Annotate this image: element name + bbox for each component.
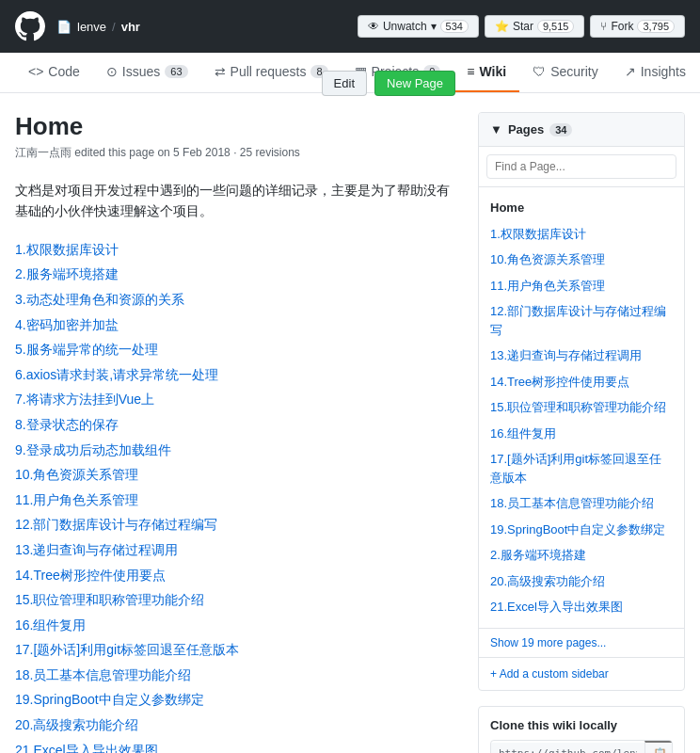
repo-breadcrumb: 📄 lenve / vhr <box>56 20 140 34</box>
sidebar-page-link[interactable]: 20.高级搜索功能介绍 <box>479 569 684 595</box>
add-sidebar-button[interactable]: + Add a custom sidebar <box>479 657 684 690</box>
wiki-link[interactable]: 10.角色资源关系管理 <box>15 467 138 482</box>
wiki-actions: Edit New Page <box>322 71 455 96</box>
wiki-link[interactable]: 13.递归查询与存储过程调用 <box>15 542 178 557</box>
wiki-link[interactable]: 16.组件复用 <box>15 617 86 633</box>
triangle-down-icon: ▼ <box>490 122 502 136</box>
nav-issues[interactable]: ⊙ Issues 63 <box>93 53 201 92</box>
pages-sidebar: ▼ Pages 34 Home1.权限数据库设计10.角色资源关系管理11.用户… <box>478 112 685 691</box>
wiki-page-title: Home <box>15 112 300 141</box>
repo-actions: 👁 Unwatch ▾ 534 ⭐ Star 9,515 ⑂ Fork 3,79… <box>358 15 685 38</box>
sidebar-page-link[interactable]: 14.Tree树形控件使用要点 <box>479 369 684 395</box>
main-container: Home 江南一点雨 edited this page on 5 Feb 201… <box>0 93 700 753</box>
sidebar-page-link[interactable]: 16.组件复用 <box>479 421 684 447</box>
repo-link[interactable]: vhr <box>121 20 140 34</box>
sidebar-page-link[interactable]: 17.[题外话]利用git标签回退至任意版本 <box>479 446 684 490</box>
wiki-link[interactable]: 1.权限数据库设计 <box>15 242 119 257</box>
clipboard-icon: 📋 <box>653 747 667 754</box>
sidebar-page-link[interactable]: 21.Excel导入导出效果图 <box>479 594 684 620</box>
sidebar-page-link[interactable]: 13.递归查询与存储过程调用 <box>479 343 684 369</box>
repo-icon: 📄 <box>56 20 72 34</box>
clone-url-input[interactable] <box>491 743 644 753</box>
wiki-link[interactable]: 21.Excel导入导出效果图 <box>15 743 158 753</box>
star-button[interactable]: ⭐ Star 9,515 <box>485 15 585 38</box>
wiki-link[interactable]: 18.员工基本信息管理功能介绍 <box>15 667 191 682</box>
sidebar-page-link[interactable]: 19.SpringBoot中自定义参数绑定 <box>479 517 684 543</box>
wiki-link[interactable]: 9.登录成功后动态加载组件 <box>15 442 171 457</box>
wiki-link[interactable]: 4.密码加密并加盐 <box>15 317 119 332</box>
nav-code[interactable]: <> Code <box>15 53 93 92</box>
wiki-content: Home 江南一点雨 edited this page on 5 Feb 201… <box>15 112 455 753</box>
wiki-link[interactable]: 8.登录状态的保存 <box>15 417 119 432</box>
sidebar-page-link[interactable]: 12.部门数据库设计与存储过程编写 <box>479 298 684 343</box>
wiki-link[interactable]: 11.用户角色关系管理 <box>15 492 138 507</box>
wiki-link[interactable]: 15.职位管理和职称管理功能介绍 <box>15 592 204 607</box>
wiki-link[interactable]: 14.Tree树形控件使用要点 <box>15 568 166 583</box>
pages-search <box>479 147 684 187</box>
shield-icon: 🛡 <box>533 64 546 79</box>
wiki-link[interactable]: 3.动态处理角色和资源的关系 <box>15 292 184 307</box>
unwatch-button[interactable]: 👁 Unwatch ▾ 534 <box>358 15 479 38</box>
sidebar-page-link[interactable]: 11.用户角色关系管理 <box>479 273 684 299</box>
nav-insights[interactable]: ↗ Insights <box>612 53 699 92</box>
wiki-link[interactable]: 6.axios请求封装,请求异常统一处理 <box>15 367 218 382</box>
nav-wiki[interactable]: ≡ Wiki <box>453 53 519 92</box>
pages-list: Home1.权限数据库设计10.角色资源关系管理11.用户角色关系管理12.部门… <box>479 187 684 628</box>
wiki-links: 1.权限数据库设计2.服务端环境搭建3.动态处理角色和资源的关系4.密码加密并加… <box>15 237 455 753</box>
nav-security[interactable]: 🛡 Security <box>519 53 612 92</box>
wiki-link[interactable]: 19.SpringBoot中自定义参数绑定 <box>15 692 204 707</box>
sidebar-page-link[interactable]: 18.员工基本信息管理功能介绍 <box>479 490 684 517</box>
code-icon: <> <box>28 64 43 79</box>
sidebar: ▼ Pages 34 Home1.权限数据库设计10.角色资源关系管理11.用户… <box>478 112 685 753</box>
sidebar-page-link[interactable]: Home <box>479 195 684 221</box>
clone-title: Clone this wiki locally <box>490 718 673 732</box>
show-more-pages[interactable]: Show 19 more pages... <box>479 628 684 657</box>
fork-icon: ⑂ <box>600 20 607 33</box>
clone-section: Clone this wiki locally 📋 <box>478 706 685 754</box>
wiki-description: 文档是对项目开发过程中遇到的一些问题的详细记录，主要是为了帮助没有基础的小伙伴快… <box>15 180 455 222</box>
sidebar-page-link[interactable]: 15.职位管理和职称管理功能介绍 <box>479 394 684 421</box>
edit-button[interactable]: Edit <box>322 71 367 96</box>
clone-copy-button[interactable]: 📋 <box>644 741 673 754</box>
clone-url-box: 📋 <box>490 740 673 754</box>
sidebar-page-link[interactable]: 1.权限数据库设计 <box>479 221 684 248</box>
wiki-link[interactable]: 7.将请求方法挂到Vue上 <box>15 392 154 407</box>
github-logo <box>15 11 45 41</box>
new-page-button[interactable]: New Page <box>374 71 455 96</box>
wiki-link[interactable]: 17.[题外话]利用git标签回退至任意版本 <box>15 642 239 657</box>
graph-icon: ↗ <box>625 64 636 79</box>
pull-request-icon: ⇄ <box>215 64 226 79</box>
sidebar-page-link[interactable]: 10.角色资源关系管理 <box>479 247 684 273</box>
sidebar-page-link[interactable]: 2.服务端环境搭建 <box>479 542 684 569</box>
issues-icon: ⊙ <box>106 64 118 79</box>
header: 📄 lenve / vhr 👁 Unwatch ▾ 534 ⭐ Star 9,5… <box>0 0 700 53</box>
pages-search-input[interactable] <box>486 154 676 179</box>
wiki-icon: ≡ <box>467 64 474 79</box>
wiki-link[interactable]: 5.服务端异常的统一处理 <box>15 342 158 357</box>
wiki-link[interactable]: 2.服务端环境搭建 <box>15 266 119 281</box>
owner-link[interactable]: lenve <box>77 20 106 34</box>
wiki-meta: 江南一点雨 edited this page on 5 Feb 2018 · 2… <box>15 145 300 161</box>
pages-header: ▼ Pages 34 <box>479 113 684 147</box>
nav-pull-requests[interactable]: ⇄ Pull requests 8 <box>201 53 342 92</box>
fork-button[interactable]: ⑂ Fork 3,795 <box>590 15 685 38</box>
eye-icon: 👁 <box>368 20 379 33</box>
wiki-link[interactable]: 12.部门数据库设计与存储过程编写 <box>15 517 217 532</box>
wiki-link[interactable]: 20.高级搜索功能介绍 <box>15 717 138 732</box>
unwatch-dropdown-icon: ▾ <box>431 20 437 33</box>
star-icon: ⭐ <box>495 20 509 33</box>
